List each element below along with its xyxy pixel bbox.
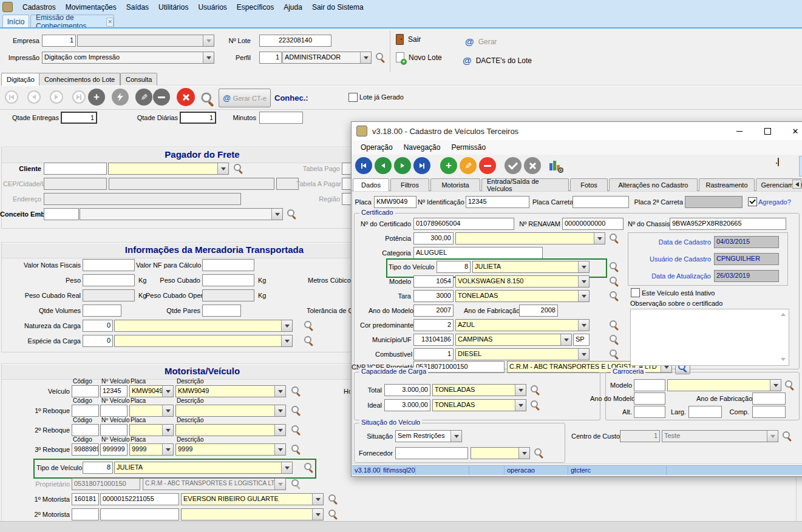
tipo-veiculo-search-icon[interactable] xyxy=(304,462,314,473)
fornecedor-field[interactable] xyxy=(395,447,468,459)
motorista1-search-icon[interactable] xyxy=(328,494,338,504)
gerar-cte-button[interactable]: @ Gerar CT-e xyxy=(219,89,271,107)
fornecedor-search-icon[interactable] xyxy=(534,448,544,458)
reboque3-descricao-combo[interactable]: 9999 xyxy=(175,443,286,456)
cor-search-icon[interactable] xyxy=(609,320,619,330)
combustivel-code[interactable]: 1 xyxy=(413,348,454,360)
valor-nf-field[interactable] xyxy=(83,259,135,271)
categoria-field[interactable]: ALUGUEL xyxy=(413,247,543,259)
minimize-button[interactable] xyxy=(727,123,752,140)
dlg-first-button[interactable] xyxy=(355,157,372,174)
dlg-exit-button[interactable] xyxy=(778,158,779,166)
chassis-field[interactable]: 9BWA952PX8R820665 xyxy=(670,218,786,230)
reboque3-codigo-field[interactable]: 9988989 xyxy=(72,443,99,456)
menu-especificos[interactable]: Específicos xyxy=(232,1,279,13)
carroceria-ano-modelo-field[interactable] xyxy=(634,392,665,405)
natureza-search-icon[interactable] xyxy=(304,320,314,331)
dialog-menu-navegacao[interactable]: Navegação xyxy=(398,141,446,153)
renavam-field[interactable]: 00000000000 xyxy=(562,218,624,230)
sair-button[interactable]: Sair xyxy=(396,34,421,45)
dlg-placa2-carreta-field[interactable] xyxy=(685,196,743,208)
potencia-field[interactable]: 300,00 xyxy=(413,232,454,244)
valor-nf-calculo-field[interactable] xyxy=(202,259,254,271)
ideal-search-icon[interactable] xyxy=(530,400,540,410)
centro-custo-combo[interactable]: Teste xyxy=(662,430,778,442)
tab-digitacao[interactable]: Digitação xyxy=(1,73,40,86)
ncert-field[interactable]: 010789605004 xyxy=(413,218,514,230)
conceito-code-field[interactable] xyxy=(44,208,79,220)
dlg-edit-button[interactable]: ✎ xyxy=(460,157,477,174)
centro-custo-code[interactable]: 1 xyxy=(620,430,660,442)
perfil-combo[interactable]: ADMINISTRADOR xyxy=(282,52,372,64)
edit-button[interactable]: ✎ xyxy=(135,89,152,106)
tipo-do-veiculo-search-icon[interactable] xyxy=(609,261,619,272)
tipo-veiculo-combo[interactable]: JULIETA xyxy=(114,462,293,474)
toolbar-search-icon[interactable] xyxy=(200,92,215,106)
proprietario-doc-field[interactable]: 05318071000150 xyxy=(72,478,140,490)
dlg-delete-button[interactable] xyxy=(479,157,496,174)
menu-utilitarios[interactable]: Utilitários xyxy=(154,1,193,13)
reboque1-codigo-field[interactable] xyxy=(72,405,99,417)
motorista2-codigo-field[interactable] xyxy=(72,508,99,520)
reboque1-search-icon[interactable] xyxy=(291,405,301,416)
ideal-unit-combo[interactable]: TONELADAS xyxy=(432,399,526,411)
gerar-button[interactable]: @ Gerar xyxy=(465,36,497,47)
reboque3-numero-field[interactable]: 999999 xyxy=(100,443,127,456)
tara-combo[interactable]: TONELADAS xyxy=(455,290,590,302)
motorista2-combo[interactable] xyxy=(181,508,324,520)
empresa-combo[interactable] xyxy=(77,35,214,47)
cliente-combo[interactable] xyxy=(108,163,229,175)
tab-inicio[interactable]: Início xyxy=(2,15,29,29)
perfil-code-field[interactable]: 1 xyxy=(259,52,282,64)
ano-modelo-field[interactable]: 2007 xyxy=(413,305,454,317)
municipio-search-icon[interactable] xyxy=(609,334,619,345)
tab-emissao-conhecimentos[interactable]: Emissão de Conhecimentos ✕ xyxy=(30,15,114,29)
lightning-button[interactable] xyxy=(112,89,129,106)
cor-combo[interactable]: AZUL xyxy=(455,319,590,331)
tara-code[interactable]: 3000 xyxy=(413,290,454,302)
total-search-icon[interactable] xyxy=(530,385,540,395)
close-tab-icon[interactable]: ✕ xyxy=(106,18,114,27)
add-button[interactable]: + xyxy=(88,89,105,106)
alt-field[interactable] xyxy=(634,406,665,418)
modelo-code[interactable]: 1054 xyxy=(413,275,454,288)
dialog-menu-operacao[interactable]: Operação xyxy=(355,141,398,153)
impressao-combo[interactable]: Digitação com Impressão xyxy=(42,52,214,64)
tab-consulta[interactable]: Consulta xyxy=(120,73,157,86)
combustivel-search-icon[interactable] xyxy=(609,349,619,359)
veiculo-descricao-combo[interactable]: KMW9049 xyxy=(175,385,286,397)
larg-field[interactable] xyxy=(688,406,722,418)
dlg-tab-entrada-saida[interactable]: Entrada/Saída de Veículos xyxy=(481,178,569,191)
potencia-search-icon[interactable] xyxy=(609,233,619,243)
cidade-field[interactable] xyxy=(109,178,274,190)
motorista1-codigo-field[interactable]: 160181 xyxy=(72,493,99,505)
menu-ajuda[interactable]: Ajuda xyxy=(279,1,307,13)
menu-movimentacoes[interactable]: Movimentações xyxy=(61,1,121,13)
situacao-combo[interactable]: Sem Restrições xyxy=(395,430,462,442)
ideal-field[interactable]: 3.000,00 xyxy=(384,399,430,411)
peso-cubado-oper-field[interactable] xyxy=(202,289,254,301)
proprietario-combo[interactable]: C.R.M - ABC TRANSPORTES E LOGISTICA LTD xyxy=(143,478,286,490)
reboque3-search-icon[interactable] xyxy=(291,444,301,454)
especie-code-field[interactable]: 0 xyxy=(83,335,113,347)
reboque2-descricao-combo[interactable] xyxy=(175,424,286,436)
endereco-field[interactable] xyxy=(44,193,241,205)
dlg-last-button[interactable] xyxy=(413,157,430,174)
cor-code[interactable]: 2 xyxy=(413,319,454,331)
lote-ja-gerado-checkbox[interactable] xyxy=(348,93,358,102)
reboque1-placa-combo[interactable] xyxy=(129,405,174,417)
cliente-code-field[interactable] xyxy=(44,163,107,175)
veiculo-codigo-field[interactable] xyxy=(72,385,99,397)
prev-record-icon[interactable] xyxy=(27,90,41,104)
motorista1-doc-field[interactable]: 00000152211055 xyxy=(100,493,179,505)
dlg-tab-motorista[interactable]: Motorista xyxy=(430,178,480,191)
reboque1-numero-field[interactable] xyxy=(100,405,127,417)
peso-cubado-real-field[interactable] xyxy=(83,289,135,301)
dialog-menu-permissao[interactable]: Permissão xyxy=(446,141,491,153)
dlg-cancel-button[interactable] xyxy=(524,157,541,174)
motorista2-search-icon[interactable] xyxy=(328,509,338,519)
carroceria-ano-fab-field[interactable] xyxy=(752,392,786,405)
tipo-do-veiculo-code[interactable]: 8 xyxy=(437,261,471,273)
tara-search-icon[interactable] xyxy=(609,291,619,301)
dlg-confirm-button[interactable] xyxy=(505,157,522,174)
